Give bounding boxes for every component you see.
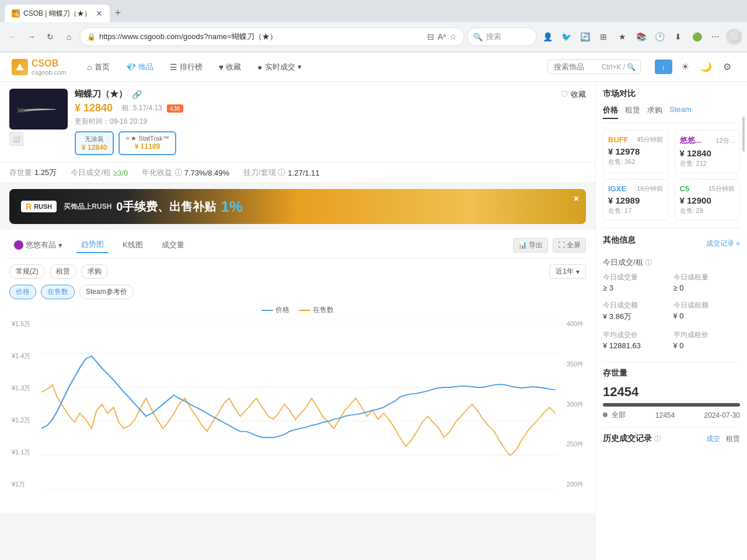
variant-stattrak-price: ¥ 11189: [125, 142, 169, 150]
platform-label: 悠悠有品: [26, 240, 56, 250]
url-text: https://www.csgoob.com/goods?name=蝴蝶刀（★）: [99, 32, 424, 42]
stats-trade: 今日成交/租 ≥3/0: [71, 167, 128, 178]
y-left-1: ¥1.5万: [12, 320, 39, 328]
main-content: ⬜ 蝴蝶刀（★） 🔗 ♡ 收藏 ¥ 12840 租: 5.17/4.13 436: [0, 82, 747, 560]
inventory-title: 存世量: [603, 368, 740, 379]
search-area: Ctrl+K / 🔍: [547, 60, 641, 74]
lock-icon: 🔒: [87, 33, 96, 41]
market-tab-rent[interactable]: 租赁: [625, 105, 640, 119]
browser-controls: ← → ↻ ⌂ 🔒 https://www.csgoob.com/goods?n…: [0, 22, 747, 51]
y-left-5: ¥1.1万: [12, 448, 39, 457]
nav-items[interactable]: 💎 饰品: [119, 58, 160, 76]
stats-ratio: 挂刀/套现 ⓘ 1.27/1.11: [243, 167, 319, 178]
stats-annual: 年化收益 ⓘ 7.73%/8.49%: [142, 167, 229, 178]
back-button[interactable]: ←: [5, 29, 21, 45]
variant-stattrak[interactable]: ≈ ★ StatTrak™ ¥ 11189: [118, 131, 176, 155]
banner-logo-r: R: [26, 202, 32, 211]
price-row: ¥ 12840 租: 5.17/4.13 436: [75, 102, 586, 114]
history-tabs: 成交 租赁: [706, 434, 740, 444]
nav-favorites[interactable]: ♥ 收藏: [212, 58, 248, 76]
download-button[interactable]: ⬇: [670, 29, 686, 45]
tab-title: CSOB | 蝴蝶刀（★）: [23, 9, 92, 19]
stats-inventory-label: 存世量: [9, 167, 32, 178]
browser-search-box[interactable]: 🔍 搜索: [467, 27, 537, 46]
history-tab-rent[interactable]: 租赁: [726, 434, 740, 444]
volume-tab-label: 成交量: [162, 240, 184, 250]
profile-button[interactable]: 👤: [539, 29, 556, 45]
apps-button[interactable]: 🟢: [689, 29, 705, 45]
trade-record-link[interactable]: 成交记录 »: [706, 239, 740, 249]
fullscreen-button[interactable]: ⛶ 全屏: [553, 238, 586, 253]
extension-button[interactable]: 🔄: [577, 29, 593, 45]
history-tab-trade[interactable]: 成交: [706, 434, 720, 444]
chart-plot-area: [41, 320, 557, 489]
split-view-button[interactable]: ⊞: [595, 29, 612, 45]
y-left-4: ¥1.2万: [12, 416, 39, 425]
trade-count-value: ≥ 3: [603, 284, 670, 292]
update-time: 更新时间：09-16 20:19: [75, 117, 586, 127]
y-right-3: 300件: [562, 400, 584, 409]
platform-tab[interactable]: 悠悠有品 ▾: [9, 237, 67, 253]
favorites-button[interactable]: ★: [614, 29, 630, 45]
product-link-icon[interactable]: 🔗: [132, 90, 142, 99]
market-tab-steam[interactable]: Steam: [669, 105, 692, 119]
theme-dark-button[interactable]: 🌙: [698, 59, 714, 75]
info-grid: 今日成交量 ≥ 3 今日成租量 ≥ 0 今日成交额 ¥ 3.86万 今日成租额 …: [603, 272, 740, 355]
tab-close-button[interactable]: ✕: [96, 9, 103, 18]
twitter-button[interactable]: 🐦: [558, 29, 574, 45]
filter-rent[interactable]: 租赁: [50, 264, 76, 279]
3d-view-button[interactable]: ⬜: [9, 132, 23, 146]
product-rent: 租: 5.17/4.13: [122, 103, 162, 113]
filter-buy[interactable]: 求购: [81, 264, 108, 279]
fullscreen-icon: ⛶: [558, 241, 565, 249]
market-tab-price[interactable]: 价格: [603, 105, 618, 119]
nav-home[interactable]: ⌂ 首页: [80, 58, 116, 76]
market-tab-buy[interactable]: 求购: [647, 105, 662, 119]
active-tab[interactable]: 🔪 CSOB | 蝴蝶刀（★） ✕: [5, 5, 110, 22]
refresh-button[interactable]: ↻: [42, 29, 58, 45]
settings-button[interactable]: ⚙: [719, 59, 735, 75]
filter-regular[interactable]: 常规(2): [9, 264, 45, 279]
market-grid: BUFF 45分钟前 ¥ 12978 在售: 362 悠悠... 12分... …: [603, 130, 740, 220]
site-nav: ⌂ 首页 💎 饰品 ☰ 排行榜 ♥ 收藏 ● 实时成交 ▾: [80, 58, 533, 76]
y-left-6: ¥1万: [12, 480, 39, 489]
trend-tab[interactable]: 趋势图: [76, 237, 109, 253]
nav-live-trades[interactable]: ● 实时成交 ▾: [250, 58, 308, 76]
inventory-dot: [603, 412, 608, 417]
filter-stock[interactable]: 在售数: [41, 285, 75, 299]
profile-avatar[interactable]: ⬜: [726, 29, 742, 45]
period-select[interactable]: 近1年 ▾: [549, 264, 586, 279]
new-tab-button[interactable]: +: [110, 5, 126, 21]
trade-count-item: 今日成交量 ≥ 3: [603, 272, 670, 297]
y-right-2: 350件: [562, 360, 584, 369]
legend-price-label: 价格: [275, 305, 289, 315]
volume-tab[interactable]: 成交量: [157, 237, 189, 253]
export-button[interactable]: 📊 导出: [513, 238, 548, 253]
more-button[interactable]: ⋯: [707, 29, 724, 45]
address-bar[interactable]: 🔒 https://www.csgoob.com/goods?name=蝴蝶刀（…: [79, 27, 465, 46]
home-button[interactable]: ⌂: [61, 29, 77, 45]
nav-ranking[interactable]: ☰ 排行榜: [163, 58, 210, 76]
y-axis-left: ¥1.5万 ¥1.4万 ¥1.3万 ¥1.2万 ¥1.1万 ¥1万: [9, 320, 41, 489]
theme-light-button[interactable]: ☀: [677, 59, 693, 75]
stats-ratio-value: 1.27/1.11: [288, 169, 319, 177]
collections-button[interactable]: 📚: [633, 29, 649, 45]
forward-button[interactable]: →: [23, 29, 40, 45]
download-app-button[interactable]: ↓: [655, 60, 673, 74]
other-info-section: 其他信息 成交记录 » 今日成交/租 ⓘ 今日成交量 ≥ 3 今日成租量 ≥ 0: [603, 228, 740, 355]
kline-tab[interactable]: K线图: [118, 237, 148, 253]
trade-amount-value: ¥ 3.86万: [603, 312, 670, 322]
trade-amount-item: 今日成交额 ¥ 3.86万: [603, 300, 670, 327]
favorite-btn[interactable]: ♡ 收藏: [561, 89, 586, 100]
variant-normal[interactable]: 无涂装 ¥ 12840: [75, 131, 114, 155]
chart-tabs: 悠悠有品 ▾ 趋势图 K线图 成交量 📊 导: [9, 237, 586, 258]
star-icon: ☆: [449, 32, 457, 41]
history-button[interactable]: 🕐: [651, 29, 668, 45]
filter-price[interactable]: 价格: [9, 285, 36, 299]
favorites-nav-icon: ♥: [219, 62, 224, 72]
scrollbar-thumb[interactable]: [742, 117, 745, 152]
banner-close-button[interactable]: ×: [574, 194, 579, 204]
market-price-c5: ¥ 12900: [680, 195, 735, 205]
period-dropdown-icon: ▾: [576, 268, 580, 276]
filter-steam-ref[interactable]: Steam参考价: [79, 285, 134, 299]
